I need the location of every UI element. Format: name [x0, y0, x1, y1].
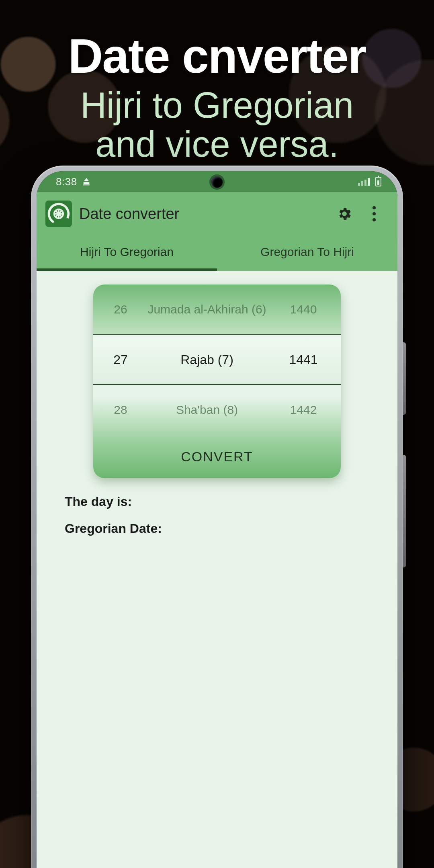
signal-icon — [358, 178, 370, 186]
promo-title: Date cnverter — [0, 28, 434, 84]
promo-copy: Date cnverter Hijri to Gregorian and vic… — [0, 28, 434, 164]
tab-indicator-inactive — [217, 268, 397, 271]
overflow-menu-button[interactable] — [363, 203, 385, 225]
result-day-label: The day is: — [65, 494, 397, 509]
device-screen: 8:38 Date — [37, 171, 397, 868]
tab-hijri-to-gregorian[interactable]: Hijri To Gregorian — [37, 235, 217, 268]
app-header: Date converter Hijri To Gregorian Gregor… — [37, 192, 397, 271]
picker-day-selected: 27 — [104, 352, 137, 367]
status-right — [358, 177, 381, 186]
battery-icon — [375, 177, 381, 186]
toolbar: Date converter — [37, 192, 397, 235]
picker-month-prev: Jumada al-Akhirah (6) — [137, 303, 277, 316]
picker-day-next: 28 — [104, 403, 137, 417]
convert-button[interactable]: CONVERT — [181, 449, 253, 465]
results-block: The day is: Gregorian Date: — [37, 478, 397, 536]
picker-year-next: 1442 — [277, 403, 330, 417]
settings-button[interactable] — [333, 203, 356, 225]
picker-row-selected[interactable]: 27 Rajab (7) 1441 — [93, 334, 341, 385]
picker-month-selected: Rajab (7) — [137, 352, 277, 367]
device-side-button-1 — [403, 342, 406, 415]
app-logo-icon — [45, 201, 72, 227]
content-area: 26 Jumada al-Akhirah (6) 1440 27 Rajab (… — [37, 271, 397, 868]
mosque-icon — [82, 177, 91, 186]
picker-day-prev: 26 — [104, 303, 137, 316]
tab-gregorian-to-hijri[interactable]: Gregorian To Hijri — [217, 235, 397, 268]
promo-subtitle-line1: Hijri to Gregorian — [80, 85, 354, 125]
picker-row-next[interactable]: 28 Sha'ban (8) 1442 — [93, 385, 341, 435]
date-picker-wheels[interactable]: 26 Jumada al-Akhirah (6) 1440 27 Rajab (… — [93, 285, 341, 435]
camera-notch — [211, 176, 223, 188]
device-frame: 8:38 Date — [31, 166, 403, 868]
tab-bar: Hijri To Gregorian Gregorian To Hijri — [37, 235, 397, 268]
kebab-menu-icon — [366, 206, 382, 221]
picker-year-selected: 1441 — [277, 352, 330, 367]
tab-indicator — [37, 268, 397, 271]
device-side-button-2 — [403, 455, 406, 567]
convert-row: CONVERT — [93, 435, 341, 478]
promo-subtitle-line2: and vice versa. — [95, 124, 338, 164]
picker-row-prev[interactable]: 26 Jumada al-Akhirah (6) 1440 — [93, 285, 341, 334]
promo-subtitle: Hijri to Gregorian and vice versa. — [0, 86, 434, 164]
date-picker-card: 26 Jumada al-Akhirah (6) 1440 27 Rajab (… — [93, 285, 341, 478]
status-time-group: 8:38 — [56, 176, 91, 188]
picker-year-prev: 1440 — [277, 303, 330, 316]
tab-indicator-active — [37, 268, 217, 271]
app-title: Date converter — [79, 205, 326, 223]
status-time: 8:38 — [56, 176, 77, 188]
picker-month-next: Sha'ban (8) — [137, 403, 277, 417]
result-greg-label: Gregorian Date: — [65, 521, 397, 536]
gear-icon — [336, 206, 352, 222]
status-bar: 8:38 — [37, 171, 397, 192]
